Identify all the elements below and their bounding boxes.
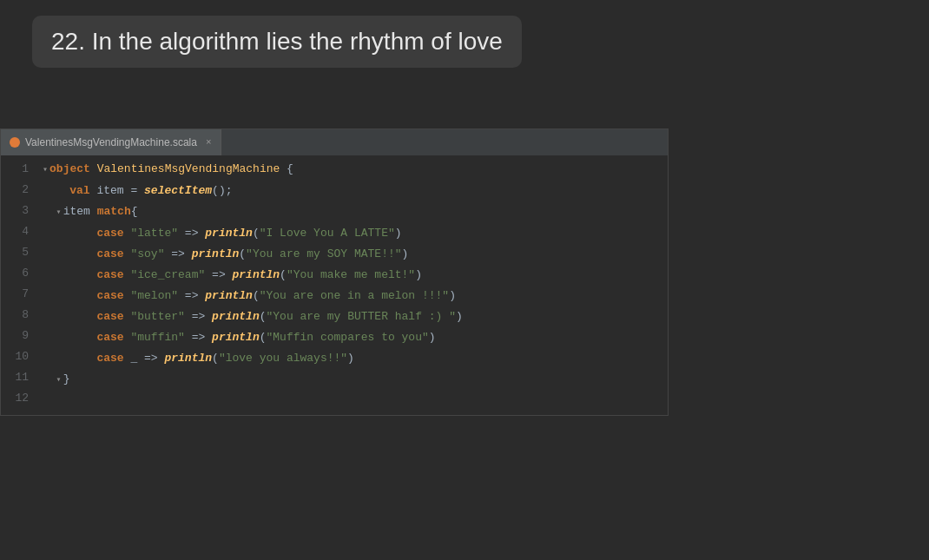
tab-close-button[interactable]: × <box>206 137 212 148</box>
line-num-12: 12 <box>8 388 29 409</box>
editor-tab[interactable]: ValentinesMsgVendingMachine.scala × <box>1 129 221 155</box>
line-numbers: 1 2 3 4 5 6 7 8 9 10 11 12 <box>1 159 36 412</box>
tab-filename: ValentinesMsgVendingMachine.scala <box>25 136 197 148</box>
code-line-11: ▾} <box>43 369 661 391</box>
line-num-6: 6 <box>8 263 29 284</box>
code-line-10: case _ => println("love you always!!") <box>43 348 661 369</box>
title-text: 22. In the algorithm lies the rhythm of … <box>51 28 503 55</box>
code-line-6: case "ice_cream" => println("You make me… <box>43 265 661 286</box>
editor-container: ValentinesMsgVendingMachine.scala × 1 2 … <box>0 128 669 416</box>
code-line-9: case "muffin" => println("Muffin compare… <box>43 327 661 348</box>
code-content: ▾object ValentinesMsgVendingMachine { va… <box>36 159 668 412</box>
line-num-8: 8 <box>8 305 29 326</box>
line-num-9: 9 <box>8 326 29 346</box>
code-line-4: case "latte" => println("I Love You A LA… <box>43 223 661 244</box>
code-line-5: case "soy" => println("You are my SOY MA… <box>43 244 661 265</box>
tab-bar: ValentinesMsgVendingMachine.scala × <box>1 129 668 155</box>
code-line-3: ▾item match{ <box>43 201 661 223</box>
tab-file-icon <box>10 137 20 148</box>
line-num-3: 3 <box>8 201 29 221</box>
line-num-4: 4 <box>8 221 29 242</box>
line-num-5: 5 <box>8 242 29 263</box>
code-line-1: ▾object ValentinesMsgVendingMachine { <box>43 159 661 181</box>
line-num-10: 10 <box>8 346 29 367</box>
code-line-12 <box>43 391 661 412</box>
title-bubble: 22. In the algorithm lies the rhythm of … <box>32 16 522 68</box>
fold-icon-11[interactable]: ▾ <box>56 370 62 391</box>
code-line-8: case "butter" => println("You are my BUT… <box>43 306 661 327</box>
code-line-2: val item = selectItem(); <box>43 181 661 201</box>
line-num-11: 11 <box>8 367 29 388</box>
code-line-7: case "melon" => println("You are one in … <box>43 286 661 306</box>
fold-icon-1[interactable]: ▾ <box>43 160 48 181</box>
code-area: 1 2 3 4 5 6 7 8 9 10 11 12 ▾object Valen… <box>1 155 668 415</box>
line-num-2: 2 <box>8 180 29 201</box>
line-num-1: 1 <box>8 159 29 180</box>
fold-icon-3[interactable]: ▾ <box>56 202 62 223</box>
line-num-7: 7 <box>8 284 29 305</box>
